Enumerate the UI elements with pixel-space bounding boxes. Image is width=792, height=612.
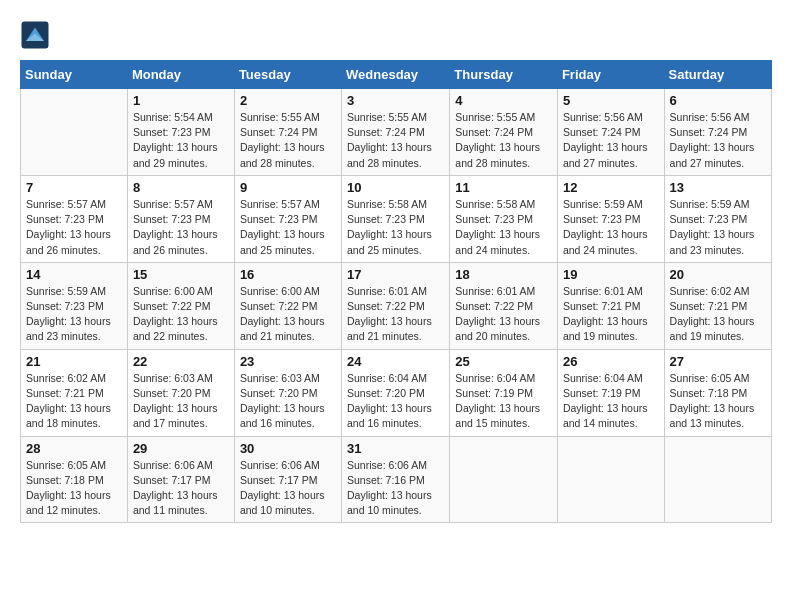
day-number: 7 — [26, 180, 122, 195]
day-number: 24 — [347, 354, 444, 369]
day-number: 19 — [563, 267, 659, 282]
calendar-cell: 14Sunrise: 5:59 AM Sunset: 7:23 PM Dayli… — [21, 262, 128, 349]
calendar-cell: 25Sunrise: 6:04 AM Sunset: 7:19 PM Dayli… — [450, 349, 558, 436]
calendar-cell: 10Sunrise: 5:58 AM Sunset: 7:23 PM Dayli… — [342, 175, 450, 262]
weekday-header: Monday — [127, 61, 234, 89]
calendar-cell — [664, 436, 771, 523]
day-number: 16 — [240, 267, 336, 282]
calendar-table: SundayMondayTuesdayWednesdayThursdayFrid… — [20, 60, 772, 523]
day-number: 11 — [455, 180, 552, 195]
calendar-cell: 2Sunrise: 5:55 AM Sunset: 7:24 PM Daylig… — [234, 89, 341, 176]
calendar-cell: 5Sunrise: 5:56 AM Sunset: 7:24 PM Daylig… — [557, 89, 664, 176]
calendar-cell: 21Sunrise: 6:02 AM Sunset: 7:21 PM Dayli… — [21, 349, 128, 436]
day-info: Sunrise: 5:57 AM Sunset: 7:23 PM Dayligh… — [133, 197, 229, 258]
day-number: 31 — [347, 441, 444, 456]
calendar-cell: 18Sunrise: 6:01 AM Sunset: 7:22 PM Dayli… — [450, 262, 558, 349]
day-info: Sunrise: 6:06 AM Sunset: 7:17 PM Dayligh… — [133, 458, 229, 519]
calendar-cell: 9Sunrise: 5:57 AM Sunset: 7:23 PM Daylig… — [234, 175, 341, 262]
day-info: Sunrise: 6:00 AM Sunset: 7:22 PM Dayligh… — [133, 284, 229, 345]
day-number: 15 — [133, 267, 229, 282]
day-number: 9 — [240, 180, 336, 195]
day-number: 13 — [670, 180, 766, 195]
logo — [20, 20, 52, 50]
calendar-week-row: 1Sunrise: 5:54 AM Sunset: 7:23 PM Daylig… — [21, 89, 772, 176]
day-number: 27 — [670, 354, 766, 369]
weekday-header: Saturday — [664, 61, 771, 89]
day-info: Sunrise: 5:55 AM Sunset: 7:24 PM Dayligh… — [240, 110, 336, 171]
day-number: 26 — [563, 354, 659, 369]
day-info: Sunrise: 6:04 AM Sunset: 7:19 PM Dayligh… — [455, 371, 552, 432]
day-number: 4 — [455, 93, 552, 108]
calendar-cell — [557, 436, 664, 523]
calendar-cell: 28Sunrise: 6:05 AM Sunset: 7:18 PM Dayli… — [21, 436, 128, 523]
calendar-cell: 26Sunrise: 6:04 AM Sunset: 7:19 PM Dayli… — [557, 349, 664, 436]
calendar-week-row: 14Sunrise: 5:59 AM Sunset: 7:23 PM Dayli… — [21, 262, 772, 349]
logo-icon — [20, 20, 50, 50]
calendar-cell: 13Sunrise: 5:59 AM Sunset: 7:23 PM Dayli… — [664, 175, 771, 262]
calendar-cell: 8Sunrise: 5:57 AM Sunset: 7:23 PM Daylig… — [127, 175, 234, 262]
day-info: Sunrise: 5:59 AM Sunset: 7:23 PM Dayligh… — [26, 284, 122, 345]
calendar-cell — [21, 89, 128, 176]
calendar-cell: 20Sunrise: 6:02 AM Sunset: 7:21 PM Dayli… — [664, 262, 771, 349]
calendar-cell: 17Sunrise: 6:01 AM Sunset: 7:22 PM Dayli… — [342, 262, 450, 349]
weekday-header: Sunday — [21, 61, 128, 89]
page-header — [20, 20, 772, 50]
day-info: Sunrise: 5:56 AM Sunset: 7:24 PM Dayligh… — [563, 110, 659, 171]
day-info: Sunrise: 5:54 AM Sunset: 7:23 PM Dayligh… — [133, 110, 229, 171]
day-number: 23 — [240, 354, 336, 369]
day-number: 1 — [133, 93, 229, 108]
calendar-cell: 24Sunrise: 6:04 AM Sunset: 7:20 PM Dayli… — [342, 349, 450, 436]
day-number: 21 — [26, 354, 122, 369]
day-info: Sunrise: 5:59 AM Sunset: 7:23 PM Dayligh… — [563, 197, 659, 258]
day-info: Sunrise: 5:55 AM Sunset: 7:24 PM Dayligh… — [347, 110, 444, 171]
day-info: Sunrise: 5:59 AM Sunset: 7:23 PM Dayligh… — [670, 197, 766, 258]
calendar-cell: 7Sunrise: 5:57 AM Sunset: 7:23 PM Daylig… — [21, 175, 128, 262]
day-info: Sunrise: 5:58 AM Sunset: 7:23 PM Dayligh… — [347, 197, 444, 258]
calendar-week-row: 7Sunrise: 5:57 AM Sunset: 7:23 PM Daylig… — [21, 175, 772, 262]
calendar-cell: 16Sunrise: 6:00 AM Sunset: 7:22 PM Dayli… — [234, 262, 341, 349]
day-info: Sunrise: 6:01 AM Sunset: 7:22 PM Dayligh… — [455, 284, 552, 345]
day-info: Sunrise: 5:58 AM Sunset: 7:23 PM Dayligh… — [455, 197, 552, 258]
day-info: Sunrise: 6:02 AM Sunset: 7:21 PM Dayligh… — [26, 371, 122, 432]
calendar-cell: 3Sunrise: 5:55 AM Sunset: 7:24 PM Daylig… — [342, 89, 450, 176]
day-number: 28 — [26, 441, 122, 456]
calendar-cell: 19Sunrise: 6:01 AM Sunset: 7:21 PM Dayli… — [557, 262, 664, 349]
calendar-cell: 12Sunrise: 5:59 AM Sunset: 7:23 PM Dayli… — [557, 175, 664, 262]
calendar-cell: 6Sunrise: 5:56 AM Sunset: 7:24 PM Daylig… — [664, 89, 771, 176]
calendar-cell: 29Sunrise: 6:06 AM Sunset: 7:17 PM Dayli… — [127, 436, 234, 523]
day-number: 14 — [26, 267, 122, 282]
day-info: Sunrise: 5:57 AM Sunset: 7:23 PM Dayligh… — [240, 197, 336, 258]
calendar-cell: 30Sunrise: 6:06 AM Sunset: 7:17 PM Dayli… — [234, 436, 341, 523]
day-number: 8 — [133, 180, 229, 195]
day-number: 12 — [563, 180, 659, 195]
day-number: 22 — [133, 354, 229, 369]
day-number: 3 — [347, 93, 444, 108]
calendar-cell: 11Sunrise: 5:58 AM Sunset: 7:23 PM Dayli… — [450, 175, 558, 262]
weekday-header: Tuesday — [234, 61, 341, 89]
calendar-cell: 22Sunrise: 6:03 AM Sunset: 7:20 PM Dayli… — [127, 349, 234, 436]
day-info: Sunrise: 5:57 AM Sunset: 7:23 PM Dayligh… — [26, 197, 122, 258]
day-info: Sunrise: 6:01 AM Sunset: 7:21 PM Dayligh… — [563, 284, 659, 345]
day-info: Sunrise: 6:06 AM Sunset: 7:17 PM Dayligh… — [240, 458, 336, 519]
calendar-cell — [450, 436, 558, 523]
day-info: Sunrise: 5:56 AM Sunset: 7:24 PM Dayligh… — [670, 110, 766, 171]
day-info: Sunrise: 6:06 AM Sunset: 7:16 PM Dayligh… — [347, 458, 444, 519]
day-info: Sunrise: 6:00 AM Sunset: 7:22 PM Dayligh… — [240, 284, 336, 345]
calendar-cell: 1Sunrise: 5:54 AM Sunset: 7:23 PM Daylig… — [127, 89, 234, 176]
day-number: 29 — [133, 441, 229, 456]
day-number: 10 — [347, 180, 444, 195]
day-number: 6 — [670, 93, 766, 108]
day-info: Sunrise: 6:04 AM Sunset: 7:19 PM Dayligh… — [563, 371, 659, 432]
day-number: 17 — [347, 267, 444, 282]
day-info: Sunrise: 6:01 AM Sunset: 7:22 PM Dayligh… — [347, 284, 444, 345]
day-info: Sunrise: 6:04 AM Sunset: 7:20 PM Dayligh… — [347, 371, 444, 432]
day-info: Sunrise: 6:02 AM Sunset: 7:21 PM Dayligh… — [670, 284, 766, 345]
day-number: 5 — [563, 93, 659, 108]
calendar-week-row: 28Sunrise: 6:05 AM Sunset: 7:18 PM Dayli… — [21, 436, 772, 523]
day-number: 2 — [240, 93, 336, 108]
day-number: 20 — [670, 267, 766, 282]
day-number: 30 — [240, 441, 336, 456]
day-info: Sunrise: 5:55 AM Sunset: 7:24 PM Dayligh… — [455, 110, 552, 171]
day-number: 25 — [455, 354, 552, 369]
calendar-cell: 15Sunrise: 6:00 AM Sunset: 7:22 PM Dayli… — [127, 262, 234, 349]
